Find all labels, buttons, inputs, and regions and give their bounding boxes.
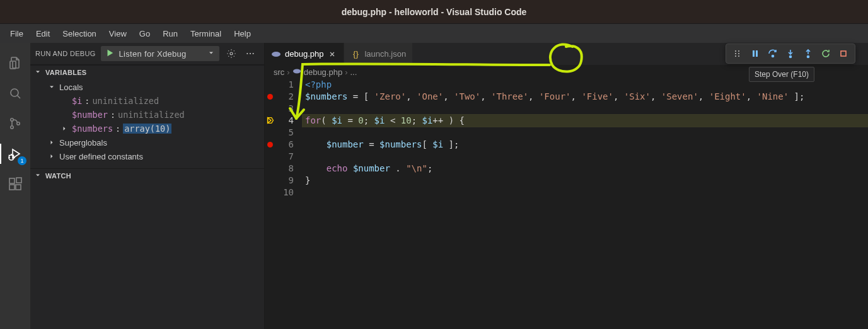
pause-button[interactable] bbox=[746, 45, 764, 62]
start-debug-icon bbox=[105, 49, 114, 59]
step-into-button[interactable] bbox=[782, 45, 799, 62]
code-line[interactable]: for( $i = 0; $i < 10; $i++ ) { bbox=[303, 115, 868, 127]
gear-icon[interactable] bbox=[224, 47, 238, 61]
activity-search[interactable] bbox=[0, 78, 30, 108]
menu-view[interactable]: View bbox=[103, 24, 133, 43]
php-icon bbox=[271, 49, 281, 59]
svg-rect-10 bbox=[16, 178, 21, 183]
code-line[interactable]: $number = $numbers[ $i ]; bbox=[303, 139, 868, 151]
svg-point-15 bbox=[272, 52, 281, 57]
svg-point-18 bbox=[735, 55, 736, 57]
line-number[interactable]: 5 bbox=[265, 127, 303, 139]
code-line[interactable]: echo $number . "\n"; bbox=[303, 163, 868, 175]
section-watch[interactable]: WATCH bbox=[30, 168, 264, 182]
breadcrumb-segment[interactable]: src bbox=[274, 67, 284, 77]
line-number[interactable]: 6 bbox=[265, 139, 303, 151]
menu-bar: FileEditSelectionViewGoRunTerminalHelp bbox=[0, 24, 868, 43]
breakpoint-icon[interactable] bbox=[267, 142, 273, 147]
more-icon[interactable] bbox=[243, 47, 257, 61]
code-line[interactable] bbox=[303, 127, 868, 139]
scope-superglobals[interactable]: Superglobals bbox=[30, 136, 264, 149]
step-over-button[interactable] bbox=[764, 45, 782, 62]
line-number[interactable]: 8 bbox=[265, 163, 303, 175]
breadcrumb-segment[interactable]: ... bbox=[350, 67, 357, 77]
activity-bar: 1 bbox=[0, 43, 30, 329]
svg-point-17 bbox=[735, 53, 736, 54]
close-icon[interactable] bbox=[327, 49, 337, 59]
variable-name: $number bbox=[72, 110, 108, 120]
svg-point-14 bbox=[252, 53, 253, 54]
line-number[interactable]: 3 bbox=[265, 103, 303, 115]
editor-area: debug.php{}launch.json bbox=[265, 43, 868, 329]
variable-name: $i bbox=[72, 96, 82, 106]
json-icon: {} bbox=[350, 49, 361, 59]
code-line[interactable] bbox=[303, 187, 868, 199]
drag-handle-icon[interactable] bbox=[729, 45, 746, 62]
code-lines[interactable]: <?php$numbers = [ 'Zero', 'One', 'Two', … bbox=[303, 79, 868, 329]
variable-row[interactable]: $i: uninitialized bbox=[30, 94, 264, 108]
restart-button[interactable] bbox=[817, 45, 835, 62]
tooltip: Step Over (F10) bbox=[749, 67, 814, 82]
line-number[interactable]: 2 bbox=[265, 91, 303, 103]
menu-selection[interactable]: Selection bbox=[56, 24, 102, 43]
svg-rect-22 bbox=[753, 50, 755, 57]
svg-rect-7 bbox=[9, 178, 14, 183]
chevron-right-icon bbox=[48, 139, 57, 146]
line-number[interactable]: 1 bbox=[265, 79, 303, 91]
svg-rect-27 bbox=[841, 51, 846, 56]
svg-rect-8 bbox=[9, 185, 14, 190]
stop-button[interactable] bbox=[835, 45, 852, 62]
activity-extensions[interactable] bbox=[0, 169, 30, 199]
tab-launch-json[interactable]: {}launch.json bbox=[344, 43, 413, 65]
line-number[interactable]: 10 bbox=[265, 187, 303, 199]
svg-point-11 bbox=[230, 52, 233, 55]
debug-config-dropdown[interactable]: Listen for Xdebug bbox=[101, 46, 219, 61]
code-editor[interactable]: 12345678910 <?php$numbers = [ 'Zero', 'O… bbox=[265, 79, 868, 329]
chevron-down-icon bbox=[207, 49, 215, 59]
variable-value: uninitialized bbox=[118, 110, 185, 120]
svg-point-21 bbox=[738, 55, 739, 57]
breadcrumb-segment[interactable]: debug.php bbox=[304, 67, 342, 77]
code-line[interactable] bbox=[303, 151, 868, 163]
activity-explorer[interactable] bbox=[0, 48, 30, 78]
tab-label: launch.json bbox=[364, 49, 406, 59]
debug-badge: 1 bbox=[18, 156, 26, 165]
code-line[interactable]: } bbox=[303, 175, 868, 187]
svg-point-20 bbox=[738, 53, 739, 54]
activity-scm[interactable] bbox=[0, 108, 30, 139]
section-variables[interactable]: VARIABLES bbox=[30, 65, 264, 79]
chevron-down-icon bbox=[34, 68, 43, 77]
debug-toolbar[interactable]: Step Over (F10) bbox=[726, 43, 855, 64]
menu-run[interactable]: Run bbox=[156, 24, 184, 43]
tab-debug-php[interactable]: debug.php bbox=[265, 43, 344, 65]
scope-user-constants[interactable]: User defined constants bbox=[30, 149, 264, 163]
svg-point-24 bbox=[772, 55, 774, 57]
step-out-button[interactable] bbox=[799, 45, 817, 62]
menu-file[interactable]: File bbox=[4, 24, 30, 43]
breakpoint-icon[interactable] bbox=[267, 94, 273, 100]
tab-label: debug.php bbox=[285, 49, 323, 59]
chevron-down-icon bbox=[48, 83, 57, 91]
menu-help[interactable]: Help bbox=[228, 24, 257, 43]
svg-rect-9 bbox=[16, 185, 21, 190]
code-line[interactable]: $numbers = [ 'Zero', 'One', 'Two', 'Thre… bbox=[303, 91, 868, 103]
svg-point-16 bbox=[735, 50, 736, 52]
variable-row[interactable]: $number: uninitialized bbox=[30, 108, 264, 122]
code-line[interactable] bbox=[303, 103, 868, 115]
debug-config-name: Listen for Xdebug bbox=[119, 49, 187, 59]
menu-go[interactable]: Go bbox=[133, 24, 156, 43]
activity-run-debug[interactable]: 1 bbox=[0, 139, 30, 169]
line-number[interactable]: 7 bbox=[265, 151, 303, 163]
sidebar-header: RUN AND DEBUG Listen for Xdebug bbox=[30, 43, 264, 65]
menu-terminal[interactable]: Terminal bbox=[184, 24, 228, 43]
window-title: debug.php - helloworld - Visual Studio C… bbox=[342, 7, 527, 17]
run-debug-sidebar: RUN AND DEBUG Listen for Xdebug bbox=[30, 43, 265, 329]
menu-edit[interactable]: Edit bbox=[30, 24, 56, 43]
svg-point-28 bbox=[293, 69, 301, 73]
svg-point-26 bbox=[807, 56, 809, 58]
line-number[interactable]: 9 bbox=[265, 175, 303, 187]
variable-row[interactable]: $numbers: array(10) bbox=[30, 122, 264, 136]
variable-value: array(10) bbox=[123, 124, 171, 134]
scope-locals[interactable]: Locals bbox=[30, 80, 264, 94]
line-number[interactable]: 4 bbox=[265, 115, 303, 127]
